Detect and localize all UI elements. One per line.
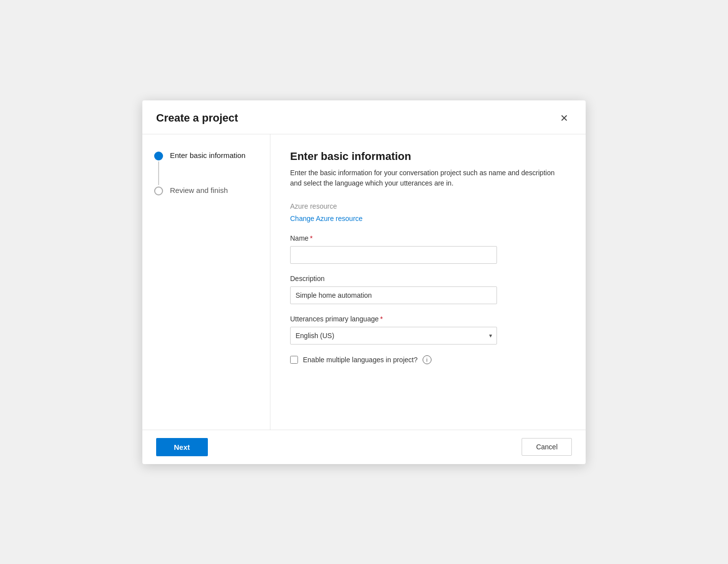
cancel-button[interactable]: Cancel [522,438,572,456]
dialog-body: Enter basic information Review and finis… [142,134,586,430]
change-azure-resource-link[interactable]: Change Azure resource [290,215,363,222]
azure-resource-section: Azure resource Change Azure resource [290,202,566,232]
step-label-review-and-finish: Review and finish [170,185,228,194]
name-label: Name* [290,234,566,242]
main-content: Enter basic information Enter the basic … [270,134,586,430]
create-project-dialog: Create a project ✕ Enter basic informati… [142,100,586,464]
name-required-star: * [310,234,312,242]
description-input[interactable] [290,286,497,304]
next-button[interactable]: Next [156,438,208,456]
description-label: Description [290,275,566,282]
dialog-title: Create a project [156,112,238,125]
section-title: Enter basic information [290,150,566,163]
language-label: Utterances primary language* [290,315,566,323]
enable-multilang-label: Enable multiple languages in project? [303,356,418,364]
name-field-group: Name* [290,234,566,264]
section-desc: Enter the basic information for your con… [290,168,566,188]
description-field-group: Description [290,275,566,304]
dialog-footer: Next Cancel [142,430,586,464]
azure-resource-label: Azure resource [290,202,566,210]
step-item-enter-basic-information[interactable]: Enter basic information [154,150,258,185]
close-button[interactable]: ✕ [556,110,572,126]
language-field-group: Utterances primary language* English (US… [290,315,566,345]
step-item-review-and-finish[interactable]: Review and finish [154,185,258,195]
step-circle-active [154,152,163,160]
step-circle-inactive [154,187,163,195]
language-required-star: * [380,315,383,323]
language-select[interactable]: English (US) English (UK) French German … [290,327,497,345]
info-icon[interactable]: i [423,355,431,364]
step-indicator-col-2 [154,185,163,195]
step-label-enter-basic-information: Enter basic information [170,150,245,159]
language-select-wrapper: English (US) English (UK) French German … [290,327,497,345]
sidebar: Enter basic information Review and finis… [142,134,270,430]
step-connector [158,161,159,185]
name-input[interactable] [290,246,497,264]
dialog-header: Create a project ✕ [142,100,586,134]
step-indicator-col-1 [154,150,163,185]
enable-multilang-checkbox[interactable] [290,356,298,364]
enable-multilang-row: Enable multiple languages in project? i [290,355,566,364]
